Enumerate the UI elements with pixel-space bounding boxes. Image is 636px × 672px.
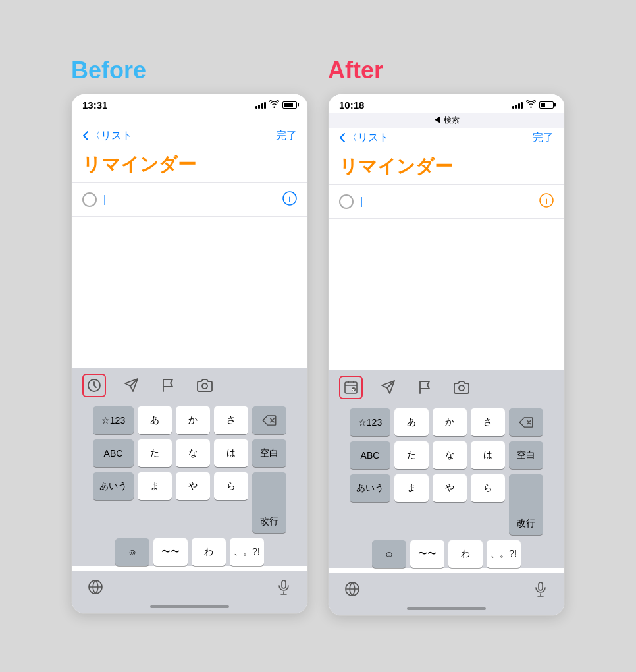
after-content-area [329,218,564,370]
after-location-button[interactable] [376,376,400,399]
after-key-emoji[interactable]: ☺ [372,540,406,568]
after-calendar-button[interactable] [339,376,363,399]
after-key-ra[interactable]: ら [471,474,505,502]
before-key-ha[interactable]: は [214,439,248,467]
svg-point-9 [352,387,356,391]
after-key-row-2: ABC た な は 空白 [331,441,562,469]
after-info-button[interactable]: i [539,193,554,210]
before-key-123[interactable]: ☆123 [93,406,134,434]
before-key-backspace[interactable] [252,406,286,434]
before-home-indicator [72,603,307,613]
after-key-ta[interactable]: た [394,441,429,469]
after-checkbox[interactable] [339,194,354,209]
after-nav-bar: 〈リスト 完了 [329,128,564,150]
after-label: After [328,57,383,84]
before-status-bar: 13:31 [72,94,307,113]
before-location-button[interactable] [119,374,143,397]
before-list-area: | i [72,182,307,216]
before-signal-icon [255,101,267,109]
before-key-na[interactable]: な [176,439,210,467]
before-home-bar [150,605,229,608]
svg-rect-8 [345,382,357,393]
before-text-cursor: | [103,194,106,206]
before-key-ya[interactable]: や [176,472,210,500]
after-key-abc[interactable]: ABC [350,441,390,469]
before-done-button[interactable]: 完了 [276,129,297,143]
before-key-space[interactable]: 空白 [252,439,286,467]
after-key-ma[interactable]: ま [394,474,429,502]
after-key-punct[interactable]: 、。?! [487,540,521,568]
after-keyboard: ☆123 あ か さ ABC た な は 空白 [329,405,564,568]
svg-text:i: i [288,193,291,203]
before-search-spacer [72,113,307,126]
before-app-title: リマインダー [72,148,307,182]
after-key-wa[interactable]: わ [448,540,483,568]
after-key-aiueo[interactable]: あいう [350,474,390,502]
after-keyboard-toolbar [329,370,564,405]
after-key-backspace[interactable] [509,408,543,436]
before-wifi-icon [269,100,279,110]
before-key-ta[interactable]: た [138,439,172,467]
after-search-bar[interactable]: ◀ 検索 [329,113,564,128]
before-key-enter[interactable]: 改行 [252,472,286,533]
svg-point-3 [202,383,207,389]
after-key-space[interactable]: 空白 [509,441,543,469]
after-done-button[interactable]: 完了 [533,131,554,145]
before-key-punct[interactable]: 、。?! [230,538,264,566]
after-keyboard-bottom [329,573,564,605]
before-info-button[interactable]: i [282,191,297,208]
before-content-area [72,216,307,368]
after-time: 10:18 [339,99,364,111]
after-key-ha[interactable]: は [471,441,505,469]
before-camera-button[interactable] [193,374,217,397]
before-key-sa[interactable]: さ [214,406,248,434]
before-key-row-4: ☺ 〜〜 わ 、。?! [74,538,305,566]
after-key-ya[interactable]: や [433,474,467,502]
svg-rect-5 [282,580,286,588]
before-clock-button[interactable] [82,374,106,397]
before-key-row-2: ABC た な は 空白 [74,439,305,467]
svg-rect-12 [539,582,543,590]
svg-text:i: i [545,195,548,205]
after-mic-button[interactable] [527,576,554,602]
after-list-area: | i [329,184,564,218]
after-status-bar: 10:18 [329,94,564,113]
before-key-a[interactable]: あ [138,406,172,434]
before-key-row-3: あいう ま や ら 改行 [74,472,305,533]
before-keyboard-toolbar [72,368,307,403]
before-key-emoji[interactable]: ☺ [115,538,149,566]
after-key-na[interactable]: な [433,441,467,469]
before-key-aiueo[interactable]: あいう [93,472,134,500]
after-list-item: | i [339,190,554,213]
after-key-ka[interactable]: か [433,408,467,436]
after-phone: 10:18 [328,94,565,616]
before-key-abc[interactable]: ABC [93,439,134,467]
after-key-wave[interactable]: 〜〜 [410,540,444,568]
after-key-a[interactable]: あ [394,408,429,436]
before-phone: 13:31 [71,94,308,614]
after-back-button[interactable]: 〈リスト [339,131,389,145]
before-nav-bar: 〈リスト 完了 [72,126,307,148]
before-key-wa[interactable]: わ [192,538,226,566]
svg-point-10 [459,385,464,391]
before-flag-button[interactable] [156,374,180,397]
after-flag-button[interactable] [413,376,437,399]
before-key-wave[interactable]: 〜〜 [153,538,188,566]
after-key-sa[interactable]: さ [471,408,505,436]
before-key-ra[interactable]: ら [214,472,248,500]
before-checkbox[interactable] [82,192,97,207]
after-camera-button[interactable] [450,376,473,399]
before-globe-button[interactable] [82,574,109,600]
before-key-ma[interactable]: ま [138,472,172,500]
main-container: Before 13:31 [51,30,585,642]
before-time: 13:31 [82,99,107,111]
after-globe-button[interactable] [339,576,365,602]
before-mic-button[interactable] [271,574,297,600]
after-app-title: リマインダー [329,150,564,184]
before-key-ka[interactable]: か [176,406,210,434]
before-back-button[interactable]: 〈リスト [82,129,132,143]
after-key-123[interactable]: ☆123 [350,408,390,436]
after-key-enter[interactable]: 改行 [509,474,543,535]
after-text-cursor: | [360,196,363,208]
before-key-row-1: ☆123 あ か さ [74,406,305,434]
